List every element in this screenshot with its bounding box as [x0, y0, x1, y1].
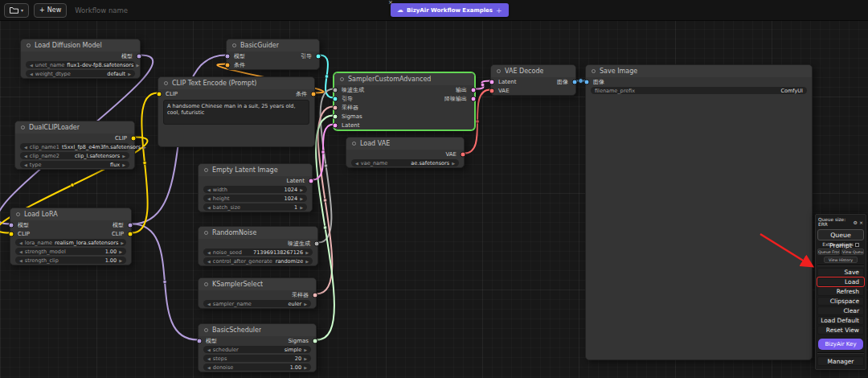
input-port-model[interactable]: [197, 338, 203, 343]
node-header-clip-text-encode[interactable]: CLIP Text Encode (Prompt): [158, 77, 314, 89]
decrement-arrow-icon[interactable]: ◀: [30, 63, 33, 68]
increment-arrow-icon[interactable]: ▶: [119, 249, 122, 254]
input-port-clip[interactable]: [157, 91, 162, 97]
decrement-arrow-icon[interactable]: ◀: [207, 205, 211, 210]
increment-arrow-icon[interactable]: ▶: [143, 145, 146, 150]
node-vae-decode[interactable]: VAE DecodeLatent图像VAE: [490, 64, 576, 96]
workflow-name[interactable]: Workflow name: [75, 6, 128, 14]
increment-arrow-icon[interactable]: ▶: [300, 196, 303, 201]
output-port-latent[interactable]: [471, 96, 477, 101]
widget-unet_name[interactable]: ◀unet_nameflux1-dev-fp8.safetensors▶: [26, 61, 135, 68]
increment-arrow-icon[interactable]: ▶: [136, 63, 139, 68]
decrement-arrow-icon[interactable]: ◀: [24, 145, 27, 150]
increment-arrow-icon[interactable]: ▶: [122, 154, 125, 158]
widget-batch_size[interactable]: ◀batch_size1▶: [203, 203, 307, 211]
queue-prompt-button[interactable]: Queue Prompt: [817, 229, 864, 240]
queue-front-button[interactable]: Queue Front: [817, 249, 840, 255]
node-basic-guider[interactable]: BasicGuider模型引导条件: [226, 39, 320, 70]
output-port-noise[interactable]: [314, 240, 320, 246]
new-workflow-button[interactable]: + New: [34, 3, 67, 18]
widget-height[interactable]: ◀height1024▶: [203, 195, 307, 202]
decrement-arrow-icon[interactable]: ◀: [207, 187, 211, 192]
manager-button[interactable]: Manager: [817, 356, 864, 366]
decrement-arrow-icon[interactable]: ◀: [207, 356, 211, 361]
node-header-random-noise[interactable]: RandomNoise: [199, 227, 317, 239]
input-port-latent[interactable]: [333, 122, 338, 128]
menu-button-load[interactable]: Load: [817, 277, 864, 286]
node-header-load-diffusion-model[interactable]: Load Diffusion Model: [21, 39, 140, 51]
decrement-arrow-icon[interactable]: ◀: [355, 161, 358, 166]
view-history-button[interactable]: View History: [824, 257, 858, 263]
widget-type[interactable]: ◀typeflux▶: [20, 161, 129, 168]
menu-button-save[interactable]: Save: [817, 268, 864, 277]
increment-arrow-icon[interactable]: ▶: [305, 259, 309, 264]
output-port-vae[interactable]: [461, 151, 466, 157]
output-port-sigmas[interactable]: [313, 338, 318, 343]
close-icon[interactable]: ×: [859, 220, 863, 225]
output-port-latent[interactable]: [471, 87, 477, 92]
output-port-sampler[interactable]: [313, 292, 318, 298]
widget-filename_prefix[interactable]: filename_prefixComfyUI: [591, 87, 807, 94]
decrement-arrow-icon[interactable]: ◀: [24, 154, 27, 158]
widget-sampler_name[interactable]: ◀sampler_nameeuler▶: [203, 300, 311, 307]
menu-button-clear[interactable]: Clear: [817, 306, 864, 315]
collapse-dot[interactable]: [232, 43, 236, 47]
node-load-vae[interactable]: Load VAEVAE◀vae_nameae.safetensors▶: [346, 137, 465, 168]
node-header-vae-decode[interactable]: VAE Decode: [491, 65, 575, 77]
node-header-basic-guider[interactable]: BasicGuider: [227, 39, 319, 51]
node-header-load-vae[interactable]: Load VAE: [346, 138, 464, 150]
widget-scheduler[interactable]: ◀schedulersimple▶: [203, 346, 311, 353]
increment-arrow-icon[interactable]: ▶: [305, 250, 309, 255]
input-port-vae[interactable]: [489, 88, 495, 93]
node-empty-latent-image[interactable]: Empty Latent ImageLatent◀width1024▶◀heig…: [198, 163, 313, 212]
menu-button-load-default[interactable]: Load Default: [817, 316, 864, 325]
node-ksampler-select[interactable]: KSamplerSelect采样器◀sampler_nameeuler▶: [198, 277, 317, 309]
bizyair-workflow-examples-button[interactable]: × ☁ BizyAir Workflow Examples +: [391, 3, 509, 17]
widget-weight_dtype[interactable]: ◀weight_dtypedefault▶: [26, 70, 135, 77]
increment-arrow-icon[interactable]: ▶: [119, 258, 122, 263]
input-port-sigmas[interactable]: [333, 113, 338, 119]
collapse-dot[interactable]: [204, 231, 208, 235]
node-header-load-lora[interactable]: Load LoRA: [10, 208, 131, 220]
node-dual-clip-loader[interactable]: DualCLIPLoaderCLIP◀clip_name1t5xxl_fp8_e…: [14, 121, 135, 170]
output-port-model[interactable]: [137, 53, 142, 59]
widget-strength_model[interactable]: ◀strength_model1.00▶: [15, 248, 126, 255]
widget-denoise[interactable]: ◀denoise1.00▶: [203, 364, 311, 371]
widget-lora_name[interactable]: ◀lora_namerealism_lora.safetensors▶: [15, 239, 126, 246]
decrement-arrow-icon[interactable]: ◀: [207, 302, 211, 306]
widget-clip_name1[interactable]: ◀clip_name1t5xxl_fp8_e4m3fn.safetensors▶: [20, 143, 129, 150]
increment-arrow-icon[interactable]: ▶: [121, 240, 124, 245]
extra-options-checkbox[interactable]: [855, 243, 859, 247]
decrement-arrow-icon[interactable]: ◀: [19, 240, 23, 245]
collapse-dot[interactable]: [352, 142, 356, 146]
decrement-arrow-icon[interactable]: ◀: [207, 259, 211, 264]
node-save-image[interactable]: Save Image图像filename_prefixComfyUI: [585, 64, 813, 360]
view-queue-button[interactable]: View Queue: [841, 249, 864, 255]
decrement-arrow-icon[interactable]: ◀: [24, 162, 27, 167]
gear-icon[interactable]: ⚙: [854, 220, 858, 225]
workflows-folder-button[interactable]: ▾: [4, 3, 29, 18]
node-header-save-image[interactable]: Save Image: [586, 65, 812, 77]
node-random-noise[interactable]: RandomNoise噪波生成◀noise_seed71396913826712…: [198, 226, 318, 266]
increment-arrow-icon[interactable]: ▶: [304, 302, 307, 306]
collapse-dot[interactable]: [27, 43, 31, 47]
increment-arrow-icon[interactable]: ▶: [122, 162, 125, 167]
input-port-noise[interactable]: [333, 87, 338, 92]
node-header-basic-scheduler[interactable]: BasicScheduler: [199, 324, 316, 336]
node-header-dual-clip-loader[interactable]: DualCLIPLoader: [15, 121, 134, 134]
decrement-arrow-icon[interactable]: ◀: [19, 258, 23, 263]
decrement-arrow-icon[interactable]: ◀: [207, 365, 211, 370]
collapse-dot[interactable]: [204, 168, 208, 172]
output-port-clip[interactable]: [131, 135, 137, 141]
increment-arrow-icon[interactable]: ▶: [300, 205, 303, 210]
input-port-model[interactable]: [225, 53, 231, 59]
graph-canvas[interactable]: Load Diffusion Model模型◀unet_nameflux1-de…: [0, 0, 868, 378]
collapse-dot[interactable]: [204, 282, 208, 286]
increment-arrow-icon[interactable]: ▶: [304, 356, 307, 361]
collapse-dot[interactable]: [340, 77, 344, 81]
menu-button-reset-view[interactable]: Reset View: [817, 326, 864, 335]
prompt-textarea[interactable]: A handsome Chinese man in a suit, 25 yea…: [163, 100, 309, 125]
move-icon[interactable]: +: [496, 6, 502, 14]
collapse-dot[interactable]: [497, 69, 501, 73]
node-sampler-custom-advanced[interactable]: SamplerCustomAdvanced噪波生成输出引导降噪输出采样器Sigm…: [334, 72, 475, 130]
